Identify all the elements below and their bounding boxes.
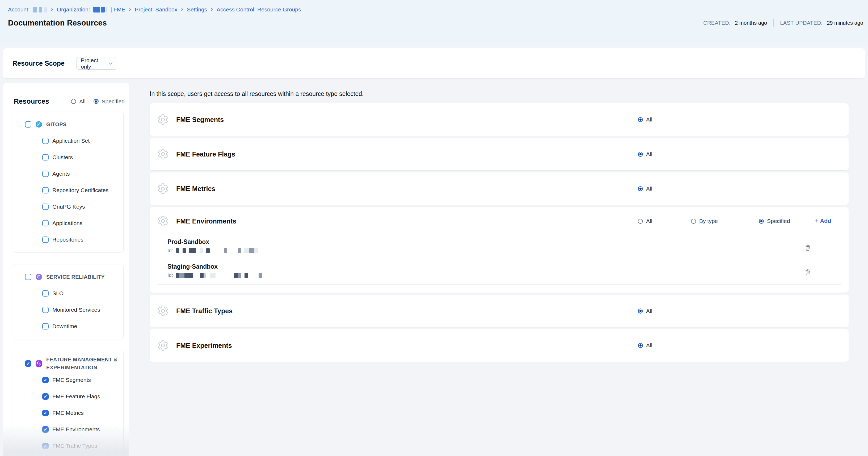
delete-environment-button[interactable] <box>804 244 811 251</box>
radio-icon[interactable] <box>638 152 643 157</box>
item-checkbox[interactable]: ✓ <box>42 377 49 383</box>
gear-icon <box>157 183 169 194</box>
resource-group-header[interactable]: GITOPS <box>16 116 121 132</box>
card-fme-environments: FME Environments All By type Specified +… <box>150 207 848 293</box>
item-checkbox[interactable] <box>42 154 49 160</box>
item-checkbox[interactable]: ✓ <box>42 426 49 433</box>
add-environment-link[interactable]: + Add <box>815 218 831 224</box>
item-checkbox[interactable] <box>42 171 49 177</box>
breadcrumb-link-settings[interactable]: Settings <box>187 6 207 13</box>
radio-icon[interactable] <box>638 117 643 122</box>
radio-icon[interactable] <box>691 219 696 224</box>
radio-option-specified[interactable]: Specified <box>94 98 125 105</box>
card-title: FME Traffic Types <box>176 307 232 315</box>
radio-icon[interactable] <box>759 219 764 224</box>
sidebar-item-gnupg-keys[interactable]: GnuPG Keys <box>16 199 121 215</box>
radio-label: Specified <box>102 98 125 105</box>
radio-icon[interactable] <box>94 99 99 104</box>
sidebar-item-fme-metrics[interactable]: ✓ FME Metrics <box>16 405 121 421</box>
item-label: Monitored Services <box>52 307 100 313</box>
group-checkbox[interactable]: ✓ <box>25 360 31 367</box>
delete-environment-button[interactable] <box>804 269 811 276</box>
gear-icon <box>157 305 169 317</box>
card-header: FME Metrics All <box>150 173 848 205</box>
card-options: All <box>638 103 691 136</box>
sidebar-item-fme-environments[interactable]: ✓ FME Environments <box>16 421 121 438</box>
sidebar-item-slo[interactable]: SLO <box>16 285 121 302</box>
radio-icon[interactable] <box>638 219 643 224</box>
radio-option-specified[interactable]: Specified <box>759 218 815 224</box>
service-reliability-icon <box>36 274 42 280</box>
radio-option-by-type[interactable]: By type <box>691 218 759 224</box>
gear-icon <box>157 215 169 227</box>
sidebar-item-repositories[interactable]: Repositories <box>16 232 121 248</box>
radio-icon[interactable] <box>638 308 643 313</box>
chevron-down-icon <box>109 62 113 65</box>
item-checkbox[interactable]: ✓ <box>42 443 49 449</box>
item-checkbox[interactable]: ✓ <box>42 410 49 416</box>
sidebar-item-fme-segments[interactable]: ✓ FME Segments <box>16 372 121 388</box>
breadcrumb-link-account[interactable]: Account: <box>8 6 30 13</box>
card-fme-traffic-types: FME Traffic Types All <box>150 295 848 327</box>
environment-row-staging-sandbox: Staging-Sandbox Id: <box>158 260 841 284</box>
item-checkbox[interactable]: ✓ <box>42 393 49 400</box>
breadcrumb-link-organization[interactable]: Organization: <box>57 6 90 13</box>
radio-option-all[interactable]: All <box>638 151 691 157</box>
item-checkbox[interactable] <box>42 290 49 297</box>
group-checkbox[interactable] <box>25 121 31 127</box>
card-fme-feature-flags: FME Feature Flags All <box>150 138 848 170</box>
radio-icon[interactable] <box>71 99 76 104</box>
sidebar-item-fme-feature-flags[interactable]: ✓ FME Feature Flags <box>16 388 121 405</box>
radio-option-all[interactable]: All <box>638 116 691 123</box>
environment-id-label: Id: <box>167 248 173 253</box>
item-checkbox[interactable] <box>42 323 49 330</box>
card-options: All By type Specified + Add <box>638 207 831 235</box>
breadcrumb-separator: › <box>210 6 213 12</box>
item-label: Clusters <box>52 154 73 160</box>
breadcrumb-link-project-sandbox[interactable]: Project: Sandbox <box>135 6 177 13</box>
radio-option-all[interactable]: All <box>638 218 691 224</box>
gear-icon <box>157 114 169 125</box>
item-checkbox[interactable] <box>42 204 49 210</box>
radio-label: Specified <box>767 218 790 224</box>
radio-label: All <box>646 185 652 192</box>
item-checkbox[interactable] <box>42 138 49 144</box>
sidebar-item-fme-traffic-types[interactable]: ✓ FME Traffic Types <box>16 438 121 454</box>
environment-name: Prod-Sandbox <box>167 238 841 246</box>
item-checkbox[interactable] <box>42 237 49 243</box>
item-checkbox[interactable] <box>42 307 49 313</box>
item-checkbox[interactable] <box>42 187 49 193</box>
item-label: Downtime <box>52 323 77 330</box>
resource-scope-dropdown[interactable]: Project only <box>76 57 117 70</box>
group-checkbox[interactable] <box>25 274 31 280</box>
gear-icon <box>157 148 169 160</box>
breadcrumb-separator: › <box>181 6 184 12</box>
sidebar-item-applications[interactable]: Applications <box>16 215 121 232</box>
sidebar-item-monitored-services[interactable]: Monitored Services <box>16 302 121 318</box>
sidebar-item-clusters[interactable]: Clusters <box>16 149 121 165</box>
sidebar-item-repository-certificates[interactable]: Repository Certificates <box>16 182 121 199</box>
card-options: All <box>638 295 691 327</box>
item-label: Applications <box>52 220 83 226</box>
radio-option-all[interactable]: All <box>638 308 691 314</box>
radio-option-all[interactable]: All <box>638 185 691 192</box>
card-title: FME Experiments <box>176 342 232 349</box>
sidebar-item-agents[interactable]: Agents <box>16 165 121 182</box>
resource-group-header[interactable]: ✓ FEATURE MANAGEMENT & EXPERIMENTATION <box>16 355 121 372</box>
radio-icon[interactable] <box>638 343 643 348</box>
breadcrumb-link-access-control-resource-groups[interactable]: Access Control: Resource Groups <box>217 6 301 13</box>
item-label: FME Feature Flags <box>52 393 100 400</box>
sidebar-item-application-set[interactable]: Application Set <box>16 132 121 149</box>
item-checkbox[interactable] <box>42 220 49 226</box>
breadcrumb-link-fme[interactable]: | FME <box>111 6 125 13</box>
scope-description: In this scope, users get access to all r… <box>150 90 848 97</box>
radio-option-all[interactable]: All <box>71 98 85 105</box>
radio-icon[interactable] <box>638 186 643 191</box>
sidebar-item-downtime[interactable]: Downtime <box>16 318 121 335</box>
card-header: FME Traffic Types All <box>150 295 848 327</box>
radio-option-all[interactable]: All <box>638 342 691 348</box>
resource-group-header[interactable]: SERVICE RELIABILITY <box>16 269 121 285</box>
resources-panel: Resources All Specified GITOPS Applicati… <box>3 83 129 456</box>
environment-id-label: Id: <box>167 272 173 278</box>
item-label: Application Set <box>52 138 90 144</box>
